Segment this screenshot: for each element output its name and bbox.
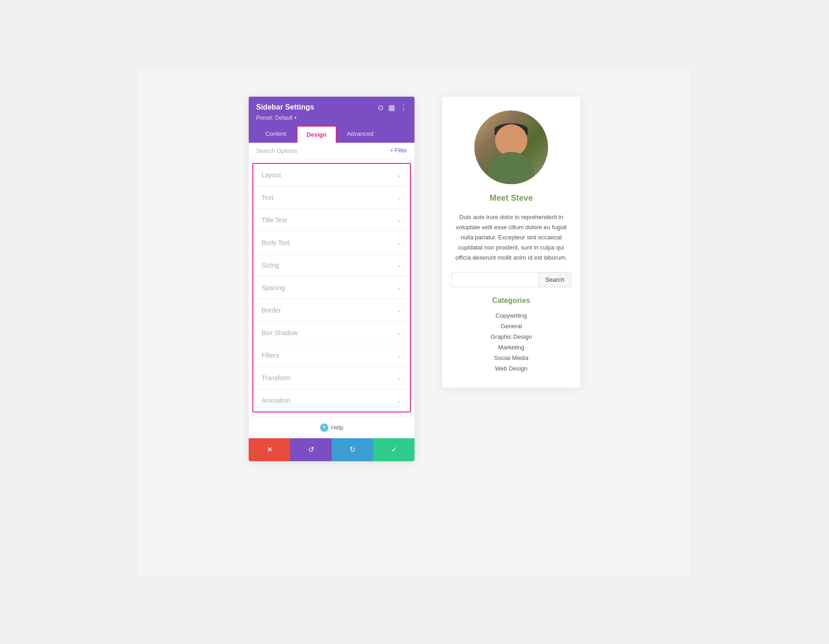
person-description: Duis aute irure dolor in reprehenderit i… — [451, 212, 571, 263]
chevron-border-icon: ⌄ — [397, 307, 402, 313]
category-item[interactable]: Web Design — [451, 363, 571, 374]
accordion-layout[interactable]: Layout ⌄ — [253, 164, 410, 186]
accordion-sizing-label: Sizing — [262, 261, 279, 269]
chevron-transform-icon: ⌄ — [397, 375, 402, 381]
help-section: ? Help — [249, 416, 414, 438]
chevron-sizing-icon: ⌄ — [397, 262, 402, 268]
accordion-title-text-label: Title Text — [262, 216, 287, 224]
help-label: Help — [331, 424, 344, 431]
chevron-layout-icon: ⌄ — [397, 172, 402, 178]
chevron-animation-icon: ⌄ — [397, 397, 402, 404]
accordion-filters[interactable]: Filters ⌄ — [253, 344, 410, 367]
help-button[interactable]: ? Help — [320, 424, 344, 432]
accordion-animation[interactable]: Animation ⌄ — [253, 389, 410, 412]
accordion-border[interactable]: Border ⌄ — [253, 299, 410, 322]
avatar-person — [474, 110, 548, 184]
tab-design[interactable]: Design — [297, 126, 337, 143]
accordion-title-text[interactable]: Title Text ⌄ — [253, 209, 410, 232]
preset-label: Preset: Default — [256, 115, 292, 121]
panel-tabs: Content Design Advanced — [249, 126, 414, 143]
chevron-body-text-icon: ⌄ — [397, 239, 402, 246]
tab-advanced[interactable]: Advanced — [338, 126, 383, 143]
grid-icon[interactable]: ▦ — [388, 103, 395, 112]
tab-content[interactable]: Content — [256, 126, 296, 143]
more-icon[interactable]: ⋮ — [400, 103, 407, 112]
accordion-body-text[interactable]: Body Text ⌄ — [253, 232, 410, 254]
accordion-filters-label: Filters — [262, 352, 279, 359]
panel-header-top: Sidebar Settings ⊙ ▦ ⋮ — [256, 103, 407, 112]
help-icon: ? — [320, 424, 328, 432]
sidebar-search-input[interactable] — [452, 273, 538, 287]
category-item[interactable]: Copywriting — [451, 310, 571, 321]
cancel-button[interactable]: ✕ — [249, 438, 290, 461]
chevron-text-icon: ⌄ — [397, 194, 402, 201]
avatar — [474, 110, 548, 184]
accordion-spacing[interactable]: Spacing ⌄ — [253, 277, 410, 299]
search-options-label: Search Options — [256, 147, 298, 154]
settings-panel: Sidebar Settings ⊙ ▦ ⋮ Preset: Default ▾… — [249, 97, 414, 461]
accordion-text-label: Text — [262, 194, 274, 201]
accordion-layout-label: Layout — [262, 171, 281, 179]
preset-arrow: ▾ — [294, 115, 297, 120]
avatar-image — [474, 110, 548, 184]
panel-preset[interactable]: Preset: Default ▾ — [256, 115, 407, 121]
avatar-body — [488, 152, 534, 184]
category-item[interactable]: Marketing — [451, 342, 571, 353]
sidebar-search-button[interactable]: Search — [538, 273, 571, 287]
camera-icon[interactable]: ⊙ — [378, 103, 384, 112]
accordion-animation-label: Animation — [262, 397, 290, 404]
panel-actions: ✕ ↺ ↻ ✓ — [249, 438, 414, 461]
filter-button[interactable]: + Filter — [390, 147, 407, 154]
accordion-border-label: Border — [262, 307, 281, 314]
sidebar-preview: Meet Steve Duis aute irure dolor in repr… — [442, 97, 580, 388]
accordion-box-shadow-label: Box Shadow — [262, 329, 298, 337]
category-item[interactable]: General — [451, 321, 571, 331]
undo-button[interactable]: ↺ — [290, 438, 332, 461]
categories-title: Categories — [451, 296, 571, 305]
category-item[interactable]: Social Media — [451, 353, 571, 363]
sidebar-search-row: Search — [451, 272, 571, 287]
accordion-spacing-label: Spacing — [262, 284, 285, 291]
panel-header-icons: ⊙ ▦ ⋮ — [378, 103, 407, 112]
page-wrapper: Sidebar Settings ⊙ ▦ ⋮ Preset: Default ▾… — [138, 69, 691, 575]
category-item[interactable]: Graphic Design — [451, 331, 571, 342]
chevron-title-text-icon: ⌄ — [397, 217, 402, 223]
accordion-sizing[interactable]: Sizing ⌄ — [253, 254, 410, 277]
accordion-body-text-label: Body Text — [262, 239, 290, 246]
person-name: Meet Steve — [490, 193, 533, 203]
search-bar: Search Options + Filter — [249, 143, 414, 159]
accordion-transform[interactable]: Transform ⌄ — [253, 367, 410, 389]
redo-button[interactable]: ↻ — [332, 438, 373, 461]
chevron-filters-icon: ⌄ — [397, 352, 402, 359]
accordion-box-shadow[interactable]: Box Shadow ⌄ — [253, 322, 410, 344]
accordion-wrapper: Layout ⌄ Text ⌄ Title Text ⌄ Body Text ⌄… — [252, 163, 411, 412]
chevron-spacing-icon: ⌄ — [397, 284, 402, 291]
accordion-transform-label: Transform — [262, 374, 291, 382]
save-button[interactable]: ✓ — [373, 438, 414, 461]
categories-section: Categories Copywriting General Graphic D… — [451, 296, 571, 374]
accordion-text[interactable]: Text ⌄ — [253, 186, 410, 209]
panel-title: Sidebar Settings — [256, 103, 314, 111]
chevron-box-shadow-icon: ⌄ — [397, 330, 402, 336]
panel-header: Sidebar Settings ⊙ ▦ ⋮ Preset: Default ▾ — [249, 97, 414, 126]
